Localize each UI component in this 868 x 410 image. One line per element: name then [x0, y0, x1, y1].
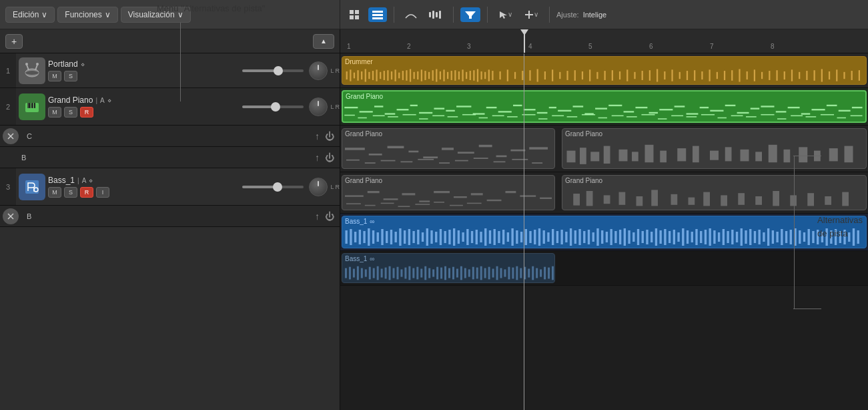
clip-piano-alt-b2-label: Grand Piano [562, 176, 866, 186]
record-btn-3[interactable]: R [80, 187, 93, 198]
track-list-header: + ▲ [0, 29, 340, 53]
svg-rect-106 [717, 72, 718, 79]
svg-rect-218 [439, 162, 450, 164]
svg-rect-105 [709, 69, 711, 81]
edicion-menu[interactable]: Edición ∨ [5, 7, 55, 23]
mute-btn-1[interactable]: M [48, 71, 61, 81]
svg-rect-422 [448, 268, 450, 278]
alt-power-3b[interactable]: ⏻ [325, 211, 334, 222]
svg-rect-386 [817, 230, 819, 244]
svg-line-18 [27, 65, 29, 70]
svg-rect-249 [434, 191, 450, 193]
svg-rect-39 [354, 73, 355, 79]
clip-grand-piano-active[interactable]: Grand Piano [342, 90, 867, 123]
svg-marker-11 [465, 11, 476, 19]
svg-rect-226 [590, 152, 599, 161]
add-track-btn[interactable]: + [5, 34, 23, 49]
svg-rect-185 [612, 116, 624, 117]
svg-rect-398 [353, 268, 355, 277]
solo-btn-2[interactable]: S [64, 107, 77, 118]
svg-rect-49 [391, 71, 392, 79]
collapse-btn[interactable]: ▲ [313, 34, 334, 49]
visualizacion-label: Visualización [128, 10, 175, 19]
funciones-menu[interactable]: Funciones ∨ [57, 7, 117, 23]
alt-power-c[interactable]: ⏻ [325, 131, 334, 142]
svg-rect-363 [713, 230, 715, 244]
svg-rect-309 [471, 231, 473, 243]
svg-rect-152 [675, 106, 685, 107]
svg-rect-179 [522, 114, 535, 116]
curve-btn[interactable] [401, 7, 421, 22]
svg-rect-92 [612, 70, 613, 81]
svg-rect-151 [659, 109, 673, 110]
track-row-3: 3 Bass_1 | A ⋄ M S R [0, 168, 340, 206]
svg-rect-47 [384, 71, 385, 80]
track-area-row-2: Grand Piano [340, 88, 868, 126]
midi-btn[interactable] [425, 7, 446, 22]
svg-rect-183 [582, 114, 595, 116]
svg-rect-441 [524, 267, 526, 280]
smart-controls-btn[interactable] [460, 7, 480, 22]
playhead-triangle [520, 29, 528, 35]
clip-bass-alt[interactable]: Bass_1 ∞ [342, 253, 555, 283]
svg-rect-167 [344, 115, 355, 116]
plus-tool-btn[interactable]: ∨ [520, 7, 542, 22]
volume-slider-3[interactable] [242, 186, 304, 188]
pan-knob-1[interactable] [309, 61, 328, 80]
freeze-btn-3[interactable]: I [96, 187, 109, 198]
volume-slider-2[interactable] [242, 106, 304, 108]
clip-piano-alt-b2[interactable]: Grand Piano [562, 175, 867, 210]
mute-btn-2[interactable]: M [48, 107, 61, 118]
svg-rect-124 [851, 71, 853, 80]
svg-rect-135 [456, 106, 471, 107]
svg-rect-286 [368, 228, 370, 246]
svg-rect-127 [360, 111, 373, 112]
alt-close-btn-c[interactable] [3, 128, 19, 144]
svg-rect-250 [454, 196, 467, 198]
svg-rect-401 [365, 269, 367, 276]
grid-view-btn[interactable] [346, 7, 364, 22]
svg-rect-299 [426, 228, 428, 246]
visualizacion-menu[interactable]: Visualización ∨ [121, 7, 191, 23]
clip-bass-active[interactable]: Bass_1 ∞ [342, 216, 867, 248]
svg-rect-73 [480, 71, 482, 79]
alt-upload-c[interactable]: ↑ [315, 131, 320, 142]
clip-drummer[interactable]: Drummer [342, 56, 867, 85]
clip-piano-label: Grand Piano [343, 91, 865, 101]
pointer-tool-btn[interactable]: ∨ [494, 7, 516, 22]
track-name-row-1: Portland ⋄ [48, 59, 240, 69]
svg-rect-311 [480, 232, 482, 242]
volume-slider-1[interactable] [242, 69, 304, 72]
alt-upload-3b[interactable]: ↑ [315, 211, 320, 222]
alt-power-b[interactable]: ⏻ [325, 152, 334, 163]
svg-rect-149 [635, 107, 647, 108]
solo-btn-3[interactable]: S [64, 187, 77, 198]
svg-rect-160 [776, 111, 787, 112]
svg-rect-108 [731, 70, 733, 81]
track-icon-piano [19, 93, 45, 120]
svg-rect-65 [451, 71, 452, 80]
svg-rect-279 [825, 196, 831, 205]
alt-upload-b[interactable]: ↑ [315, 152, 320, 163]
svg-rect-442 [528, 268, 530, 277]
svg-rect-275 [755, 196, 762, 205]
solo-btn-1[interactable]: S [64, 71, 77, 81]
pan-knob-2[interactable] [309, 97, 328, 116]
svg-rect-143 [558, 110, 571, 112]
svg-point-20 [25, 63, 28, 65]
svg-rect-67 [458, 71, 460, 79]
ruler-mark-3: 3 [467, 43, 471, 50]
mute-btn-3[interactable]: M [48, 187, 61, 198]
svg-rect-166 [852, 107, 863, 108]
clip-piano-alt-b1[interactable]: Grand Piano [342, 175, 555, 210]
clip-piano-alt-c1[interactable]: Grand Piano [342, 128, 555, 169]
svg-rect-391 [839, 231, 841, 243]
svg-rect-170 [388, 116, 398, 118]
svg-rect-285 [363, 231, 365, 243]
svg-rect-402 [369, 267, 371, 280]
list-view-btn[interactable] [368, 7, 387, 22]
clip-piano-alt-c2[interactable]: Grand Piano [562, 128, 867, 169]
record-btn-2[interactable]: R [80, 107, 93, 118]
alt-close-btn-3b[interactable] [3, 208, 19, 224]
pan-knob-3[interactable] [309, 178, 328, 196]
